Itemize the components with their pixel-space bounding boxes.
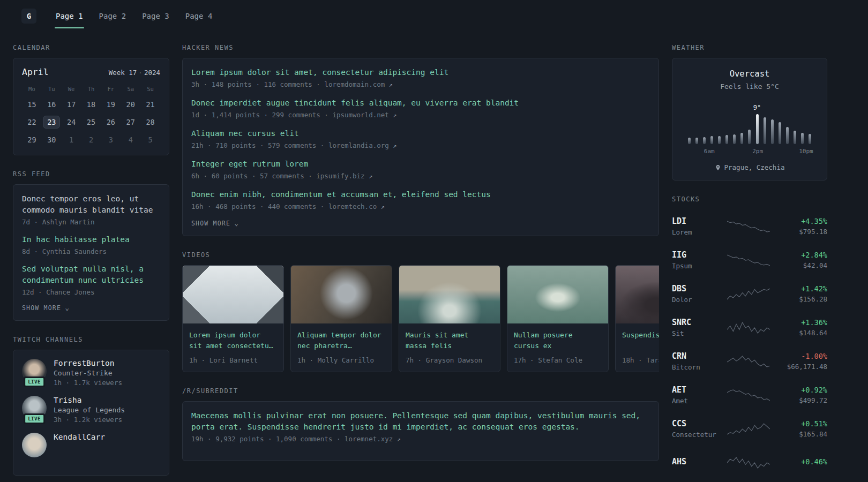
video-card[interactable]: Suspendisse diam 18h · Tara Duncan bbox=[615, 265, 659, 372]
subreddit-post-title[interactable]: Maecenas mollis pulvinar erat non posuer… bbox=[191, 410, 650, 433]
rss-item-meta: 7d · Ashlyn Martin bbox=[22, 218, 160, 226]
video-thumbnail[interactable] bbox=[616, 266, 659, 323]
stock-row[interactable]: AETAmet +0.92%$499.72 bbox=[672, 378, 827, 412]
calendar-day[interactable]: 25 bbox=[81, 116, 101, 129]
hn-item-title[interactable]: Donec imperdiet augue tincidunt felis al… bbox=[191, 97, 650, 109]
tab-page-1[interactable]: Page 1 bbox=[55, 0, 84, 32]
dashboard: CALENDAR April Week 17·2024 Mo Tu We Th … bbox=[0, 32, 868, 482]
calendar-day[interactable]: 28 bbox=[140, 116, 160, 129]
stock-row[interactable]: IIGIpsum +2.84%$42.04 bbox=[672, 243, 827, 277]
video-body: Mauris sit amet massa felis 7h · Grayson… bbox=[399, 323, 500, 372]
calendar-day-next-month[interactable]: 5 bbox=[140, 133, 160, 146]
external-link-icon: ↗ bbox=[393, 142, 396, 149]
calendar-day[interactable]: 24 bbox=[62, 116, 81, 129]
weather-bar bbox=[806, 134, 814, 144]
stock-row[interactable]: AHS +0.46% bbox=[672, 446, 827, 479]
hn-item-title[interactable]: Lorem ipsum dolor sit amet, consectetur … bbox=[191, 67, 650, 78]
stock-price: $795.18 bbox=[776, 228, 827, 236]
hn-item-domain[interactable]: ipsumworld.net bbox=[332, 111, 388, 119]
calendar-day[interactable]: 26 bbox=[101, 116, 121, 129]
stock-row[interactable]: CRNBitcorn -1.00%$66,171.48 bbox=[672, 344, 827, 378]
calendar-day-next-month[interactable]: 1 bbox=[62, 133, 81, 146]
hn-meta-text: 21h · 710 points · 579 comments · bbox=[191, 141, 328, 149]
subreddit-post-domain[interactable]: loremnet.xyz bbox=[345, 435, 393, 443]
tab-page-3[interactable]: Page 3 bbox=[141, 0, 170, 32]
calendar-day-next-month[interactable]: 3 bbox=[101, 133, 121, 146]
weather-bar bbox=[738, 133, 746, 144]
hn-item: Lorem ipsum dolor sit amet, consectetur … bbox=[191, 67, 650, 88]
calendar-day[interactable]: 20 bbox=[121, 98, 140, 111]
calendar-day[interactable]: 21 bbox=[140, 98, 160, 111]
calendar-day[interactable]: 30 bbox=[42, 133, 62, 146]
hn-item-domain[interactable]: loremdomain.com bbox=[324, 80, 385, 88]
twitch-channel[interactable]: LIVE Trisha League of Legends 3h · 1.2k … bbox=[22, 396, 160, 424]
calendar-week: Week 17 bbox=[109, 69, 137, 77]
rss-item: Donec tempor eros leo, ut commodo mauris… bbox=[22, 193, 160, 226]
weather-location-row: Prague, Czechia bbox=[681, 163, 818, 171]
calendar-day[interactable]: 27 bbox=[121, 116, 140, 129]
rss-item-title[interactable]: Donec tempor eros leo, ut commodo mauris… bbox=[22, 193, 160, 216]
calendar-day[interactable]: 22 bbox=[22, 116, 42, 129]
video-card[interactable]: Mauris sit amet massa felis 7h · Grayson… bbox=[399, 265, 500, 372]
video-thumbnail[interactable] bbox=[291, 266, 392, 323]
calendar-day-selected[interactable]: 23 bbox=[43, 116, 60, 129]
stock-change: +0.51% bbox=[776, 419, 827, 428]
calendar-card: April Week 17·2024 Mo Tu We Th Fr Sa Su … bbox=[13, 58, 169, 155]
video-body: Nullam posuere cursus ex 17h · Stefan Co… bbox=[507, 323, 608, 372]
hn-item-domain[interactable]: ipsumify.biz bbox=[316, 172, 364, 180]
rss-show-more-button[interactable]: SHOW MORE ⌄ bbox=[22, 304, 70, 312]
video-card[interactable]: Aliquam tempor dolor nec pharetra… 1h · … bbox=[290, 265, 392, 372]
stock-name: Amet bbox=[672, 397, 721, 405]
stock-change: +2.84% bbox=[776, 251, 827, 259]
hn-item-title[interactable]: Integer eget rutrum lorem bbox=[191, 159, 650, 170]
app-logo[interactable]: G bbox=[21, 9, 36, 24]
rss-item-meta: 8d · Cynthia Saunders bbox=[22, 247, 160, 255]
calendar-day[interactable]: 17 bbox=[62, 98, 81, 111]
hn-item-domain[interactable]: loremtech.co bbox=[328, 202, 377, 210]
calendar-day[interactable]: 29 bbox=[22, 133, 42, 146]
stock-row[interactable]: CCSConsectetur +0.51%$165.84 bbox=[672, 412, 827, 446]
hacker-news-widget: HACKER NEWS Lorem ipsum dolor sit amet, … bbox=[182, 44, 659, 236]
video-title[interactable]: Aliquam tempor dolor nec pharetra… bbox=[297, 330, 385, 351]
video-thumbnail[interactable] bbox=[183, 266, 283, 323]
calendar-day[interactable]: 15 bbox=[22, 98, 42, 111]
widget-title-weather: WEATHER bbox=[672, 44, 827, 51]
video-thumbnail[interactable] bbox=[507, 266, 608, 323]
video-card[interactable]: Nullam posuere cursus ex 17h · Stefan Co… bbox=[507, 265, 609, 372]
stock-row[interactable]: LDILorem +4.35%$795.18 bbox=[672, 209, 827, 243]
hn-show-more-button[interactable]: SHOW MORE ⌄ bbox=[191, 220, 239, 227]
stock-row[interactable]: DBSDolor +1.42%$156.28 bbox=[672, 277, 827, 311]
tab-page-2[interactable]: Page 2 bbox=[98, 0, 128, 32]
weather-bar bbox=[723, 135, 730, 144]
weekday-label: We bbox=[62, 85, 81, 93]
calendar-day[interactable]: 18 bbox=[81, 98, 101, 111]
video-title[interactable]: Mauris sit amet massa felis bbox=[406, 330, 493, 351]
tab-label: Page 2 bbox=[99, 12, 126, 20]
video-title[interactable]: Nullam posuere cursus ex bbox=[514, 330, 602, 351]
subreddit-post: Maecenas mollis pulvinar erat non posuer… bbox=[191, 410, 650, 443]
calendar-day-next-month[interactable]: 2 bbox=[81, 133, 101, 146]
rss-item-title[interactable]: Sed volutpat nulla nisl, a condimentum n… bbox=[22, 263, 160, 286]
video-thumbnail[interactable] bbox=[399, 266, 500, 323]
calendar-day[interactable]: 19 bbox=[101, 98, 121, 111]
tab-page-4[interactable]: Page 4 bbox=[184, 0, 214, 32]
video-card[interactable]: Lorem ipsum dolor sit amet consectetu… 1… bbox=[182, 265, 284, 372]
calendar-day[interactable]: 16 bbox=[42, 98, 62, 111]
rss-item-title[interactable]: In hac habitasse platea bbox=[22, 234, 160, 245]
weather-widget: WEATHER Overcast Feels like 5°C 9° 6am2p… bbox=[672, 44, 827, 180]
stock-change: +4.35% bbox=[776, 217, 827, 225]
hn-item-title[interactable]: Aliquam nec cursus elit bbox=[191, 128, 650, 139]
twitch-channel[interactable]: LIVE ForrestBurton Counter-Strike 1h · 1… bbox=[22, 359, 160, 387]
stock-price: $499.72 bbox=[776, 396, 827, 404]
stocks-list: LDILorem +4.35%$795.18 IIGIpsum +2.84%$4… bbox=[672, 209, 827, 479]
stock-row[interactable]: SNRCSit +1.36%$148.64 bbox=[672, 311, 827, 344]
hn-item-domain[interactable]: loremlandia.org bbox=[328, 141, 389, 149]
twitch-channel-info: Trisha League of Legends 3h · 1.2k viewe… bbox=[54, 396, 125, 424]
channel-name: Trisha bbox=[54, 396, 125, 404]
weather-bar: 9° bbox=[753, 104, 761, 144]
video-title[interactable]: Lorem ipsum dolor sit amet consectetu… bbox=[189, 330, 277, 351]
calendar-day-next-month[interactable]: 4 bbox=[121, 133, 140, 146]
twitch-channel[interactable]: KendallCarr bbox=[22, 433, 160, 457]
video-title[interactable]: Suspendisse diam bbox=[622, 330, 659, 351]
hn-item-title[interactable]: Donec enim nibh, condimentum et accumsan… bbox=[191, 189, 650, 200]
